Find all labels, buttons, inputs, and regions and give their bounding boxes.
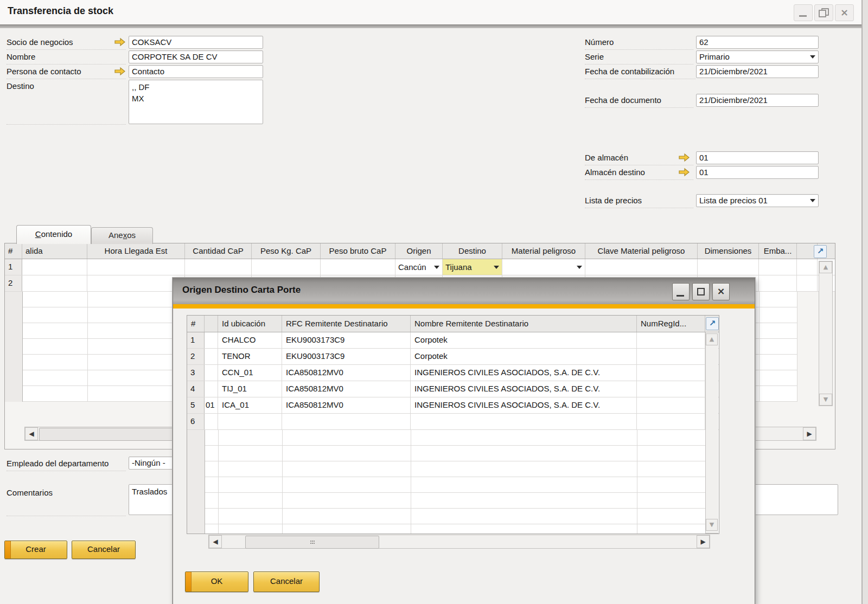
cell[interactable]: EKU9003173C9: [282, 332, 411, 348]
tab-anexos[interactable]: Anexos: [91, 227, 153, 244]
cell[interactable]: [759, 275, 797, 291]
tab-contenido[interactable]: Contenido: [16, 225, 91, 244]
contact-person-input[interactable]: Contacto: [129, 65, 263, 78]
col-rfc: RFC Remitente Destinatario: [282, 316, 411, 332]
cell[interactable]: [321, 259, 395, 275]
scroll-left-button[interactable]: ◀: [209, 535, 222, 548]
cell[interactable]: ICA850812MV0: [282, 381, 411, 397]
cell[interactable]: [637, 349, 705, 364]
number-input[interactable]: 62: [696, 36, 819, 49]
cell[interactable]: [282, 414, 411, 429]
row-number[interactable]: 2: [187, 349, 205, 364]
row-number[interactable]: 6: [187, 414, 205, 429]
cell[interactable]: EKU9003173C9: [282, 349, 411, 364]
cell[interactable]: [22, 275, 87, 291]
cell[interactable]: [205, 365, 218, 381]
to-warehouse-input[interactable]: 01: [696, 166, 819, 179]
cell[interactable]: [205, 332, 218, 348]
col-destino: Destino: [443, 243, 502, 259]
chevron-down-icon: [810, 199, 815, 202]
dialog-minimize-button[interactable]: [672, 283, 690, 300]
scrollbar-thumb[interactable]: [245, 536, 379, 549]
cell[interactable]: ICA850812MV0: [282, 397, 411, 413]
cell[interactable]: [87, 259, 185, 275]
dialog-close-button[interactable]: ×: [712, 283, 730, 300]
row-number[interactable]: 1: [187, 332, 205, 348]
cell[interactable]: [637, 332, 705, 348]
cell[interactable]: Corpotek: [411, 332, 637, 348]
cell[interactable]: Corpotek: [411, 349, 637, 364]
row-number[interactable]: 1: [5, 259, 22, 275]
document-date-input[interactable]: 21/Diciembre/2021: [696, 94, 819, 107]
cell[interactable]: TIJ_01: [218, 381, 282, 397]
cell[interactable]: [637, 381, 705, 397]
crear-button[interactable]: Crear: [4, 541, 67, 559]
cell[interactable]: TENOR: [218, 349, 282, 364]
cell[interactable]: [411, 414, 637, 429]
cell[interactable]: [759, 259, 797, 275]
cell[interactable]: [87, 275, 185, 291]
restore-button[interactable]: [814, 4, 833, 21]
cell[interactable]: CCN_01: [218, 365, 282, 381]
scroll-up-button[interactable]: ▲: [819, 261, 832, 273]
cell[interactable]: [205, 414, 218, 429]
cell[interactable]: CHALCO: [218, 332, 282, 348]
cell[interactable]: [252, 259, 321, 275]
cell[interactable]: INGENIEROS CIVILES ASOCIADOS, S.A. DE C.…: [411, 397, 637, 413]
cell[interactable]: [205, 381, 218, 397]
cell[interactable]: [218, 414, 282, 429]
cell[interactable]: [698, 259, 759, 275]
expand-form-icon[interactable]: ↗: [706, 317, 719, 330]
grid-vscrollbar[interactable]: ▲ ▼: [819, 261, 833, 406]
scroll-left-button[interactable]: ◀: [25, 427, 38, 440]
posting-date-input[interactable]: 21/Diciembre/2021: [696, 65, 819, 78]
link-arrow-icon[interactable]: [678, 168, 690, 177]
col-id-ubicacion: Id ubicación: [218, 316, 282, 332]
cell[interactable]: [22, 259, 87, 275]
cell[interactable]: ICA850812MV0: [282, 365, 411, 381]
price-list-dropdown[interactable]: Lista de precios 01: [696, 194, 819, 207]
scroll-right-button[interactable]: ▶: [697, 535, 710, 548]
ok-button[interactable]: OK: [185, 571, 248, 592]
row-number[interactable]: 2: [5, 275, 22, 291]
table-row: 1 CHALCO EKU9003173C9 Corpotek: [187, 332, 719, 349]
dialog-hscrollbar[interactable]: ◀ ▶: [208, 535, 710, 549]
dialog-vscrollbar[interactable]: ▲ ▼: [705, 332, 718, 534]
cell[interactable]: [585, 259, 698, 275]
material-peligroso-cell-dropdown[interactable]: [502, 259, 585, 275]
close-button[interactable]: ×: [835, 4, 854, 21]
name-input[interactable]: CORPOTEK SA DE CV: [129, 50, 263, 63]
cell[interactable]: ICA_01: [218, 397, 282, 413]
series-dropdown[interactable]: Primario: [696, 50, 819, 63]
cell[interactable]: [205, 349, 218, 364]
scroll-down-button[interactable]: ▼: [819, 394, 832, 406]
cell[interactable]: [637, 414, 705, 429]
link-arrow-icon[interactable]: [114, 67, 126, 76]
expand-form-icon[interactable]: ↗: [814, 245, 827, 258]
scroll-down-button[interactable]: ▼: [706, 519, 718, 531]
grid-row-1: 1 Cancún Tijuana: [5, 259, 835, 275]
from-warehouse-input[interactable]: 01: [696, 151, 819, 164]
cancelar-button[interactable]: Cancelar: [72, 541, 136, 559]
cell[interactable]: [637, 365, 705, 381]
origen-cell-dropdown[interactable]: Cancún: [395, 259, 443, 275]
dialog-maximize-button[interactable]: [692, 283, 710, 300]
row-number[interactable]: 3: [187, 365, 205, 381]
cell[interactable]: INGENIEROS CIVILES ASOCIADOS, S.A. DE C.…: [411, 381, 637, 397]
dialog-cancelar-button[interactable]: Cancelar: [253, 571, 320, 592]
link-arrow-icon[interactable]: [114, 37, 126, 47]
row-number[interactable]: 4: [187, 381, 205, 397]
scroll-right-button[interactable]: ▶: [803, 427, 816, 440]
destination-textarea[interactable]: ,, DF MX: [129, 80, 263, 124]
cell[interactable]: [637, 397, 705, 413]
scroll-up-button[interactable]: ▲: [706, 333, 718, 345]
cell[interactable]: INGENIEROS CIVILES ASOCIADOS, S.A. DE C.…: [411, 365, 637, 381]
row-number[interactable]: 5: [187, 397, 205, 413]
business-partner-input[interactable]: COKSACV: [129, 36, 263, 49]
minimize-button[interactable]: [794, 4, 813, 21]
destino-cell-dropdown[interactable]: Tijuana: [443, 259, 502, 275]
cell[interactable]: [185, 259, 252, 275]
chevron-down-icon: [577, 266, 582, 269]
cell[interactable]: 01: [205, 397, 218, 413]
link-arrow-icon[interactable]: [678, 153, 690, 162]
